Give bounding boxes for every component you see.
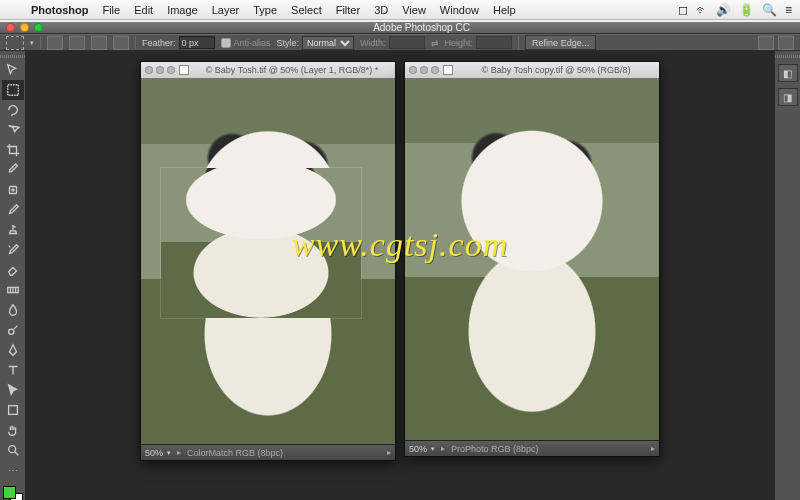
document-window-1: © Baby Tosh.tif @ 50% (Layer 1, RGB/8*) …	[140, 61, 396, 461]
eyedropper-tool[interactable]	[2, 160, 24, 180]
history-brush-tool[interactable]	[2, 240, 24, 260]
antialias-label: Anti-alias	[234, 38, 271, 48]
window-title: Adobe Photoshop CC	[43, 22, 800, 33]
display-icon[interactable]: ◻	[678, 3, 688, 17]
eraser-tool[interactable]	[2, 260, 24, 280]
edit-toolbar-icon[interactable]: ⋯	[2, 460, 24, 480]
zoom-button[interactable]	[34, 23, 43, 32]
menu-filter[interactable]: Filter	[329, 4, 367, 16]
volume-icon[interactable]: 🔊	[716, 3, 731, 17]
menu-window[interactable]: Window	[433, 4, 486, 16]
height-label: Height:	[445, 38, 474, 48]
menu-type[interactable]: Type	[246, 4, 284, 16]
photoshop-window: Adobe Photoshop CC ▾ Feather: Anti-alias…	[0, 22, 800, 500]
swap-wh-icon: ⇄	[431, 38, 439, 48]
doc1-zoom-button[interactable]	[167, 66, 175, 74]
menu-view[interactable]: View	[395, 4, 433, 16]
clone-stamp-tool[interactable]	[2, 220, 24, 240]
path-select-tool[interactable]	[2, 380, 24, 400]
panel-icon-2[interactable]: ◨	[778, 88, 798, 106]
doc1-popup-icon[interactable]: ▸	[387, 448, 391, 457]
doc1-close-button[interactable]	[145, 66, 153, 74]
zoom-tool[interactable]	[2, 440, 24, 460]
refine-edge-button[interactable]: Refine Edge...	[525, 35, 596, 50]
move-tool[interactable]	[2, 60, 24, 80]
svg-point-5	[8, 446, 15, 453]
wifi-icon[interactable]: ᯤ	[696, 3, 708, 17]
close-button[interactable]	[6, 23, 15, 32]
marquee-tool[interactable]	[2, 80, 24, 100]
menu-edit[interactable]: Edit	[127, 4, 160, 16]
doc1-profile: ColorMatch RGB (8bpc)	[187, 448, 283, 458]
dodge-tool[interactable]	[2, 320, 24, 340]
shape-tool[interactable]	[2, 400, 24, 420]
workspace-switcher-icon[interactable]	[758, 36, 774, 50]
quick-select-tool[interactable]	[2, 120, 24, 140]
doc1-titlebar[interactable]: © Baby Tosh.tif @ 50% (Layer 1, RGB/8*) …	[141, 62, 395, 78]
doc2-close-button[interactable]	[409, 66, 417, 74]
active-tool-icon[interactable]	[6, 36, 24, 50]
doc1-minimize-button[interactable]	[156, 66, 164, 74]
menu-3d[interactable]: 3D	[367, 4, 395, 16]
pen-tool[interactable]	[2, 340, 24, 360]
foreground-color-swatch[interactable]	[3, 486, 16, 499]
workspace: ⋯ © Baby Tosh.tif @ 50% (Layer 1, RGB/8*…	[0, 51, 800, 500]
menubar-status: ◻ ᯤ 🔊 🔋 🔍 ≡	[678, 3, 800, 17]
menu-app[interactable]: Photoshop	[24, 4, 95, 16]
brush-tool[interactable]	[2, 200, 24, 220]
doc2-zoom-button[interactable]	[431, 66, 439, 74]
intersect-selection-icon[interactable]	[113, 36, 129, 50]
style-select[interactable]: Normal	[302, 36, 354, 50]
blur-tool[interactable]	[2, 300, 24, 320]
doc1-pasted-layer[interactable]	[161, 168, 361, 318]
document-window-2: © Baby Tosh copy.tif @ 50% (RGB/8) 50% ▸…	[404, 61, 660, 457]
panel-grip[interactable]	[0, 55, 25, 58]
menu-file[interactable]: File	[95, 4, 127, 16]
lasso-tool[interactable]	[2, 100, 24, 120]
type-tool[interactable]	[2, 360, 24, 380]
battery-icon[interactable]: 🔋	[739, 3, 754, 17]
doc2-info-caret-icon[interactable]: ▸	[441, 444, 445, 453]
expand-panels-icon[interactable]	[778, 36, 794, 50]
doc2-titlebar[interactable]: © Baby Tosh copy.tif @ 50% (RGB/8)	[405, 62, 659, 78]
hand-tool[interactable]	[2, 420, 24, 440]
notification-icon[interactable]: ≡	[785, 3, 792, 17]
width-field: Width:	[360, 36, 425, 49]
doc1-info-caret-icon[interactable]: ▸	[177, 448, 181, 457]
crop-tool[interactable]	[2, 140, 24, 160]
svg-point-3	[8, 329, 13, 334]
doc1-title: © Baby Tosh.tif @ 50% (Layer 1, RGB/8*) …	[193, 65, 391, 75]
doc2-minimize-button[interactable]	[420, 66, 428, 74]
panel-grip[interactable]	[775, 55, 800, 58]
doc1-zoom[interactable]: 50%	[145, 448, 171, 458]
feather-input[interactable]	[179, 36, 215, 49]
style-label: Style:	[277, 38, 300, 48]
tool-preset-chevron-icon[interactable]: ▾	[30, 39, 34, 47]
antialias-checkbox[interactable]	[221, 38, 231, 48]
new-selection-icon[interactable]	[47, 36, 63, 50]
menu-help[interactable]: Help	[486, 4, 523, 16]
menu-layer[interactable]: Layer	[205, 4, 247, 16]
minimize-button[interactable]	[20, 23, 29, 32]
doc2-canvas[interactable]	[405, 78, 659, 440]
color-swatches[interactable]	[3, 486, 23, 500]
menu-image[interactable]: Image	[160, 4, 205, 16]
doc2-zoom[interactable]: 50%	[409, 444, 435, 454]
panel-icon-1[interactable]: ◧	[778, 64, 798, 82]
document-icon	[443, 65, 453, 75]
document-icon	[179, 65, 189, 75]
doc2-title: © Baby Tosh copy.tif @ 50% (RGB/8)	[457, 65, 655, 75]
window-titlebar: Adobe Photoshop CC	[0, 22, 800, 34]
height-input	[476, 36, 512, 49]
feather-field: Feather:	[142, 36, 215, 49]
spotlight-icon[interactable]: 🔍	[762, 3, 777, 17]
add-selection-icon[interactable]	[69, 36, 85, 50]
menu-select[interactable]: Select	[284, 4, 329, 16]
options-bar: ▾ Feather: Anti-alias Style: Normal Widt…	[0, 34, 800, 51]
gradient-tool[interactable]	[2, 280, 24, 300]
healing-brush-tool[interactable]	[2, 180, 24, 200]
canvas-area: © Baby Tosh.tif @ 50% (Layer 1, RGB/8*) …	[26, 51, 774, 500]
subtract-selection-icon[interactable]	[91, 36, 107, 50]
doc2-popup-icon[interactable]: ▸	[651, 444, 655, 453]
doc1-canvas[interactable]	[141, 78, 395, 444]
